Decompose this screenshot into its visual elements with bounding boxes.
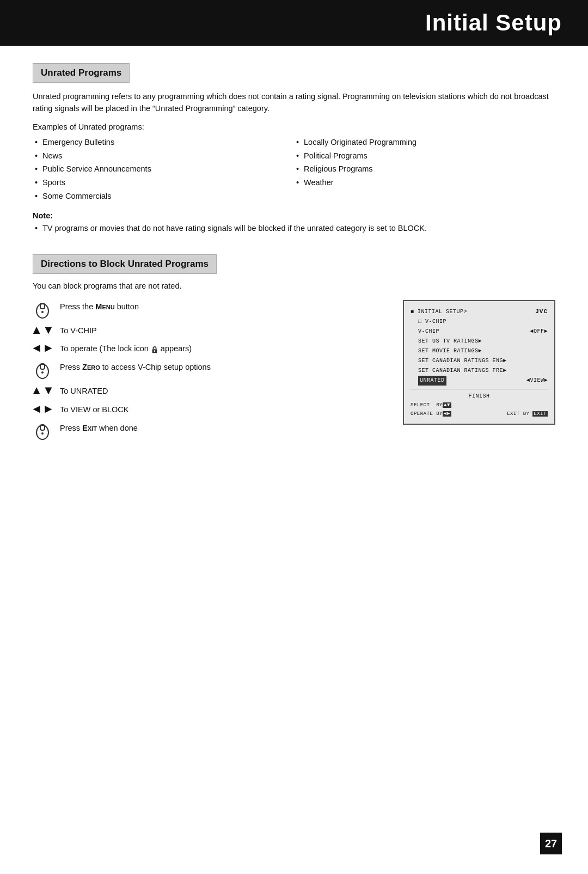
step-4-text: Press ZERO to access V-Chip setup option… xyxy=(60,360,211,374)
unrated-programs-heading: Unrated Programs xyxy=(33,63,130,83)
tv-unrated-label: UNRATED xyxy=(418,376,446,386)
tv-vchip-value: ◄OFF► xyxy=(530,327,548,337)
directions-body: Press the MENU button ▲▼ To V-CHIP ◄► To… xyxy=(33,300,555,445)
tv-row-unrated: UNRATED ◄VIEW► xyxy=(411,376,548,386)
page-title: Initial Setup xyxy=(26,10,562,36)
tv-disk-icon: ■ INITIAL SETUP> xyxy=(411,307,467,317)
list-item: News xyxy=(33,149,294,163)
tv-operate-label: OPERATE BY◄► xyxy=(411,410,451,418)
tv-operate-exit-row: OPERATE BY◄► EXIT BY EXIT xyxy=(411,410,548,418)
unrated-programs-section: Unrated Programs Unrated programming ref… xyxy=(33,63,555,235)
tv-vchip-label: V-CHIP xyxy=(418,327,439,337)
tv-row-movie: SET MOVIE RATINGS► xyxy=(411,346,548,356)
tv-row-initial: ■ INITIAL SETUP> JVC xyxy=(411,307,548,317)
list-item: Public Service Announcements xyxy=(33,162,294,176)
step-5: ▲▼ To UNRATED xyxy=(33,384,387,398)
svg-point-4 xyxy=(154,350,156,352)
tv-vchip-icon-label: □ V-CHIP xyxy=(418,317,446,327)
remote-icon-3 xyxy=(33,421,52,440)
directions-intro: You can block programs that are not rate… xyxy=(33,282,555,290)
arrow-ud-icon-2: ▲▼ xyxy=(33,384,52,396)
tv-can-fre-label: SET CANADIAN RATINGS FRE► xyxy=(418,366,507,376)
step-5-text: To UNRATED xyxy=(60,384,108,398)
remote-icon-1 xyxy=(33,300,52,319)
examples-list: Emergency Bulletins News Public Service … xyxy=(33,136,555,203)
jvc-logo: JVC xyxy=(535,307,548,317)
page-number: 27 xyxy=(540,833,562,854)
tv-movie-label: SET MOVIE RATINGS► xyxy=(418,346,482,356)
list-item: Emergency Bulletins xyxy=(33,136,294,149)
step-1-text: Press the MENU button xyxy=(60,300,139,313)
step-4: Press ZERO to access V-Chip setup option… xyxy=(33,360,387,379)
step-6: ◄► To VIEW or BLOCK xyxy=(33,403,387,416)
arrow-ud-icon-1: ▲▼ xyxy=(33,324,52,336)
tv-finish-label: FINISH xyxy=(468,392,489,401)
step-2-text: To V-CHIP xyxy=(60,324,97,337)
step-2: ▲▼ To V-CHIP xyxy=(33,324,387,337)
examples-list-right: Locally Originated Programming Political… xyxy=(294,136,555,203)
steps-column: Press the MENU button ▲▼ To V-CHIP ◄► To… xyxy=(33,300,387,445)
directions-heading: Directions to Block Unrated Programs xyxy=(33,254,217,274)
svg-point-10 xyxy=(41,432,44,435)
tv-bottom: FINISH SELECT BY▲▼ OPERATE BY◄► EXIT BY … xyxy=(411,389,548,418)
arrow-lr-icon-1: ◄► xyxy=(33,342,52,354)
note-text: TV programs or movies that do not have r… xyxy=(33,222,555,234)
tv-select-row: SELECT BY▲▼ xyxy=(411,401,548,410)
list-item: Locally Originated Programming xyxy=(294,136,555,149)
tv-unrated-value: ◄VIEW► xyxy=(526,376,548,386)
note-section: Note: TV programs or movies that do not … xyxy=(33,211,555,234)
step-3-text: To operate (The lock icon appears) xyxy=(60,342,192,355)
tv-row-can-eng: SET CANADIAN RATINGS ENG► xyxy=(411,356,548,366)
tv-row-can-fre: SET CANADIAN RATINGS FRE► xyxy=(411,366,548,376)
unrated-body-text: Unrated programming refers to any progra… xyxy=(33,90,555,115)
page-header: Initial Setup xyxy=(0,0,588,46)
remote-icon-2 xyxy=(33,360,52,379)
tv-can-eng-label: SET CANADIAN RATINGS ENG► xyxy=(418,356,507,366)
list-item: Religious Programs xyxy=(294,162,555,176)
list-item: Political Programs xyxy=(294,149,555,163)
step-1: Press the MENU button xyxy=(33,300,387,319)
directions-section: Directions to Block Unrated Programs You… xyxy=(33,254,555,445)
tv-screen-mockup: ■ INITIAL SETUP> JVC □ V-CHIP V-CHIP ◄OF… xyxy=(403,300,555,425)
tv-select-label: SELECT BY▲▼ xyxy=(411,401,451,410)
step-7-text: Press EXIT when done xyxy=(60,421,138,435)
step-3: ◄► To operate (The lock icon appears) xyxy=(33,342,387,355)
list-item: Some Commercials xyxy=(33,190,294,203)
list-item: Sports xyxy=(33,176,294,190)
tv-finish-row: FINISH xyxy=(411,392,548,401)
svg-point-2 xyxy=(41,311,44,313)
list-item: Weather xyxy=(294,176,555,190)
arrow-lr-icon-2: ◄► xyxy=(33,403,52,415)
step-7: Press EXIT when done xyxy=(33,421,387,440)
svg-point-7 xyxy=(41,371,44,374)
tv-row-vchip-off: V-CHIP ◄OFF► xyxy=(411,327,548,337)
examples-label: Examples of Unrated programs: xyxy=(33,123,555,131)
step-6-text: To VIEW or BLOCK xyxy=(60,403,129,416)
tv-exit-label: EXIT BY EXIT xyxy=(507,410,548,418)
tv-us-tv-label: SET US TV RATINGS► xyxy=(418,337,482,346)
examples-list-left: Emergency Bulletins News Public Service … xyxy=(33,136,294,203)
tv-row-vchip-icon: □ V-CHIP xyxy=(411,317,548,327)
tv-row-us-tv: SET US TV RATINGS► xyxy=(411,337,548,346)
note-label: Note: xyxy=(33,211,555,220)
